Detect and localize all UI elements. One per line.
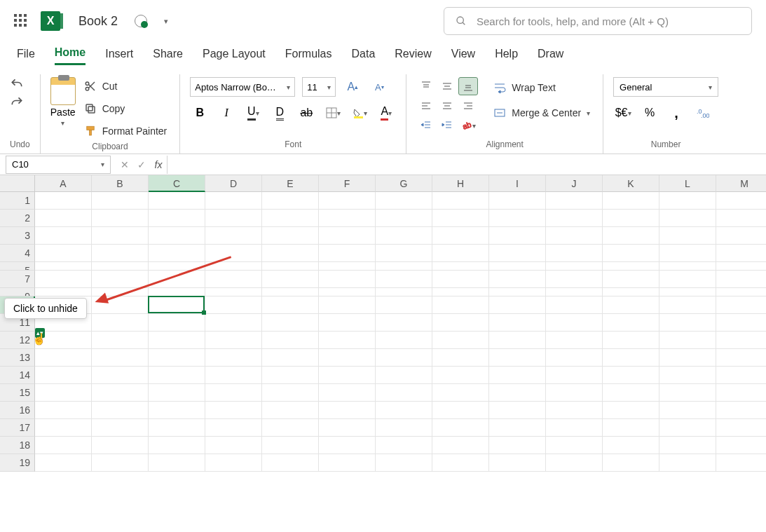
cell-L9[interactable] bbox=[659, 288, 716, 296]
cell-H12[interactable] bbox=[432, 332, 489, 349]
cell-H19[interactable] bbox=[432, 454, 489, 472]
cancel-formula-icon[interactable]: ✕ bbox=[116, 159, 133, 170]
cell-B13[interactable] bbox=[92, 349, 149, 367]
cell-K17[interactable] bbox=[603, 419, 659, 437]
cell-E2[interactable] bbox=[262, 210, 319, 227]
cell-D2[interactable] bbox=[205, 210, 262, 227]
cell-K18[interactable] bbox=[603, 437, 659, 454]
cell-I3[interactable] bbox=[489, 227, 546, 245]
cell-M9[interactable] bbox=[716, 288, 766, 296]
cell-H2[interactable] bbox=[432, 210, 489, 227]
column-header-C[interactable]: C bbox=[149, 175, 205, 192]
cell-C10[interactable] bbox=[149, 296, 205, 314]
cell-J9[interactable] bbox=[546, 288, 603, 296]
cell-J16[interactable] bbox=[546, 402, 603, 419]
cell-I18[interactable] bbox=[489, 437, 546, 454]
cell-J5[interactable] bbox=[546, 262, 603, 271]
cell-I4[interactable] bbox=[489, 245, 546, 262]
row-header-3[interactable]: 3 bbox=[0, 227, 35, 245]
cell-D4[interactable] bbox=[205, 245, 262, 262]
cell-D14[interactable] bbox=[205, 367, 262, 384]
cell-F12[interactable] bbox=[319, 332, 376, 349]
increase-indent-icon[interactable] bbox=[437, 116, 457, 135]
cell-M12[interactable] bbox=[716, 332, 766, 349]
cell-K9[interactable] bbox=[603, 288, 659, 296]
cell-F16[interactable] bbox=[319, 402, 376, 419]
cell-G2[interactable] bbox=[376, 210, 432, 227]
cell-A3[interactable] bbox=[35, 227, 92, 245]
column-header-D[interactable]: D bbox=[205, 175, 262, 192]
cell-L5[interactable] bbox=[659, 262, 716, 271]
cell-J1[interactable] bbox=[546, 192, 603, 210]
cell-E11[interactable] bbox=[262, 314, 319, 332]
cell-M11[interactable] bbox=[716, 314, 766, 332]
cell-B19[interactable] bbox=[92, 454, 149, 472]
cell-D19[interactable] bbox=[205, 454, 262, 472]
cell-J2[interactable] bbox=[546, 210, 603, 227]
cell-B1[interactable] bbox=[92, 192, 149, 210]
cell-L7[interactable] bbox=[659, 271, 716, 288]
row-header-12[interactable]: 12 bbox=[0, 332, 35, 349]
cell-D16[interactable] bbox=[205, 402, 262, 419]
cell-J10[interactable] bbox=[546, 296, 603, 314]
tab-help[interactable]: Help bbox=[495, 48, 518, 64]
cell-M10[interactable] bbox=[716, 296, 766, 314]
cell-J12[interactable] bbox=[546, 332, 603, 349]
font-size-select[interactable]: 11▾ bbox=[302, 77, 336, 97]
cell-L1[interactable] bbox=[659, 192, 716, 210]
cell-I12[interactable] bbox=[489, 332, 546, 349]
cell-K11[interactable] bbox=[603, 314, 659, 332]
cell-F3[interactable] bbox=[319, 227, 376, 245]
cell-B5[interactable] bbox=[92, 262, 149, 271]
cell-H1[interactable] bbox=[432, 192, 489, 210]
cell-G5[interactable] bbox=[376, 262, 432, 271]
cell-E3[interactable] bbox=[262, 227, 319, 245]
cell-B11[interactable] bbox=[92, 314, 149, 332]
row-header-2[interactable]: 2 bbox=[0, 210, 35, 227]
cell-C11[interactable] bbox=[149, 314, 205, 332]
cell-C2[interactable] bbox=[149, 210, 205, 227]
cell-J17[interactable] bbox=[546, 419, 603, 437]
cell-M4[interactable] bbox=[716, 245, 766, 262]
sync-status-icon[interactable] bbox=[135, 15, 147, 27]
increase-decimal-button[interactable]: .0.00 bbox=[693, 104, 713, 122]
cell-D9[interactable] bbox=[205, 288, 262, 296]
cell-G4[interactable] bbox=[376, 245, 432, 262]
cell-M3[interactable] bbox=[716, 227, 766, 245]
shrink-font-icon[interactable]: A▾ bbox=[369, 78, 389, 96]
cell-B7[interactable] bbox=[92, 271, 149, 288]
tab-share[interactable]: Share bbox=[153, 48, 183, 64]
cell-K15[interactable] bbox=[603, 384, 659, 402]
cell-E15[interactable] bbox=[262, 384, 319, 402]
tab-data[interactable]: Data bbox=[352, 48, 376, 64]
row-header-4[interactable]: 4 bbox=[0, 245, 35, 262]
align-middle-icon[interactable] bbox=[437, 77, 457, 95]
cell-B15[interactable] bbox=[92, 384, 149, 402]
search-input[interactable]: Search for tools, help, and more (Alt + … bbox=[444, 7, 752, 35]
cell-M5[interactable] bbox=[716, 262, 766, 271]
row-header-9[interactable]: 9 bbox=[0, 288, 35, 296]
cell-K19[interactable] bbox=[603, 454, 659, 472]
select-all-corner[interactable] bbox=[0, 175, 35, 192]
cell-B3[interactable] bbox=[92, 227, 149, 245]
cell-I17[interactable] bbox=[489, 419, 546, 437]
tab-insert[interactable]: Insert bbox=[105, 48, 133, 64]
cell-D10[interactable] bbox=[205, 296, 262, 314]
cell-B4[interactable] bbox=[92, 245, 149, 262]
align-bottom-icon[interactable] bbox=[458, 77, 478, 95]
undo-icon[interactable] bbox=[10, 77, 24, 91]
cell-J11[interactable] bbox=[546, 314, 603, 332]
cell-I1[interactable] bbox=[489, 192, 546, 210]
name-box[interactable]: C10▾ bbox=[6, 156, 111, 174]
cell-L14[interactable] bbox=[659, 367, 716, 384]
cell-L13[interactable] bbox=[659, 349, 716, 367]
cell-D17[interactable] bbox=[205, 419, 262, 437]
cell-L19[interactable] bbox=[659, 454, 716, 472]
wrap-text-button[interactable]: Wrap Text bbox=[491, 80, 559, 95]
cell-C17[interactable] bbox=[149, 419, 205, 437]
cell-I16[interactable] bbox=[489, 402, 546, 419]
formula-input[interactable] bbox=[167, 156, 766, 174]
cells-area[interactable] bbox=[35, 192, 766, 472]
cell-E12[interactable] bbox=[262, 332, 319, 349]
cell-A2[interactable] bbox=[35, 210, 92, 227]
